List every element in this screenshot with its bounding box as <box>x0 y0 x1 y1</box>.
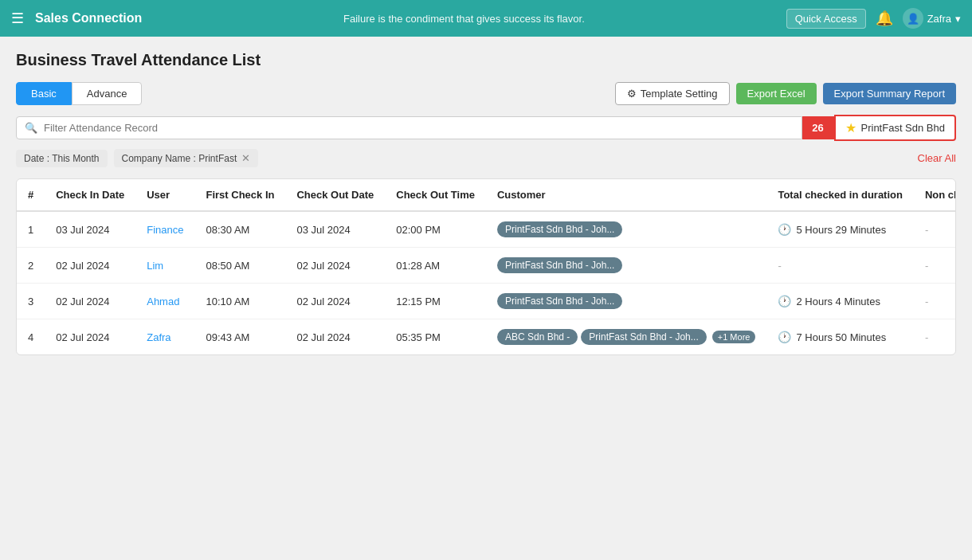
cell-user[interactable]: Zafra <box>135 319 194 355</box>
user-link[interactable]: Lim <box>147 260 163 272</box>
col-user: User <box>135 179 194 211</box>
clock-icon: 🕐 <box>778 295 791 307</box>
table-row: 302 Jul 2024Ahmad10:10 AM02 Jul 202412:1… <box>17 284 956 319</box>
customer-chip: PrintFast Sdn Bhd - Joh... <box>581 329 706 345</box>
col-first-check-in: First Check In <box>194 179 285 211</box>
table-row: 402 Jul 2024Zafra09:43 AM02 Jul 202405:3… <box>17 319 956 355</box>
cell-check-in-date: 02 Jul 2024 <box>45 319 135 355</box>
cell-user[interactable]: Ahmad <box>135 284 194 319</box>
cell-first-check-in: 08:50 AM <box>194 248 285 284</box>
quick-filter-chip[interactable]: ★ PrintFast Sdn Bhd <box>834 115 957 141</box>
filter-date-label: Date : This Month <box>24 153 100 164</box>
more-badge: +1 More <box>712 331 756 343</box>
search-container: 🔍 <box>16 116 802 139</box>
duration-text: 2 Hours 4 Minutes <box>796 296 880 307</box>
cell-check-in-date: 02 Jul 2024 <box>45 284 135 319</box>
col-check-out-date: Check Out Date <box>285 179 385 211</box>
template-setting-label: Template Setting <box>641 88 718 100</box>
col-check-out-time: Check Out Time <box>385 179 486 211</box>
filter-company-label: Company Name : PrintFast <box>122 153 237 164</box>
cell-num: 1 <box>17 211 45 248</box>
search-input[interactable] <box>44 122 794 134</box>
table-header-row: # Check In Date User First Check In Chec… <box>17 179 956 211</box>
cell-non-check-in: - <box>914 248 956 284</box>
active-filters: Date : This Month Company Name : PrintFa… <box>16 149 956 167</box>
col-check-in-date: Check In Date <box>45 179 135 211</box>
quick-filter-label: PrintFast Sdn Bhd <box>861 122 946 134</box>
search-icon: 🔍 <box>25 122 37 134</box>
cell-check-out-time: 12:15 PM <box>385 284 486 319</box>
clock-icon: 🕐 <box>778 223 791 236</box>
cell-first-check-in: 10:10 AM <box>194 284 285 319</box>
cell-check-out-date: 02 Jul 2024 <box>285 319 385 355</box>
customer-chip: PrintFast Sdn Bhd - Joh... <box>497 293 622 309</box>
customer-chip: PrintFast Sdn Bhd - Joh... <box>497 221 622 237</box>
cell-non-check-in: - <box>914 319 956 355</box>
cell-user[interactable]: Finance <box>135 211 194 248</box>
user-link[interactable]: Finance <box>147 224 183 236</box>
template-setting-button[interactable]: ⚙ Template Setting <box>615 82 730 105</box>
search-count-badge: 26 <box>802 116 834 139</box>
filter-bar: Basic Advance ⚙ Template Setting Export … <box>16 82 956 105</box>
tab-basic[interactable]: Basic <box>16 82 72 105</box>
duration-dash: - <box>778 260 781 272</box>
main-content: Business Travel Attendance List Basic Ad… <box>0 37 972 370</box>
user-link[interactable]: Zafra <box>147 331 170 343</box>
col-duration: Total checked in duration <box>766 179 914 211</box>
col-non-check-in: Non check-in time <box>914 179 956 211</box>
duration-text: 7 Hours 50 Minutes <box>796 331 886 343</box>
hamburger-icon[interactable]: ☰ <box>11 10 24 27</box>
cell-duration: 🕐5 Hours 29 Minutes <box>766 211 914 248</box>
cell-check-out-time: 02:00 PM <box>385 211 486 248</box>
customer-chip: ABC Sdn Bhd - <box>497 329 578 345</box>
data-table-container: # Check In Date User First Check In Chec… <box>16 178 956 355</box>
table-row: 202 Jul 2024Lim08:50 AM02 Jul 202401:28 … <box>17 248 956 284</box>
tab-advance[interactable]: Advance <box>72 82 143 105</box>
page-title: Business Travel Attendance List <box>16 51 956 69</box>
export-summary-button[interactable]: Export Summary Report <box>823 83 956 104</box>
quick-access-button[interactable]: Quick Access <box>786 9 866 29</box>
cell-user[interactable]: Lim <box>135 248 194 284</box>
user-link[interactable]: Ahmad <box>147 296 179 307</box>
cell-customer: PrintFast Sdn Bhd - Joh... <box>486 211 766 248</box>
chevron-down-icon: ▾ <box>955 13 961 25</box>
cell-first-check-in: 08:30 AM <box>194 211 285 248</box>
filter-company-remove[interactable]: ✕ <box>241 152 250 164</box>
cell-num: 2 <box>17 248 45 284</box>
cell-num: 4 <box>17 319 45 355</box>
clock-icon: 🕐 <box>778 331 791 343</box>
cell-check-out-time: 05:35 PM <box>385 319 486 355</box>
cell-first-check-in: 09:43 AM <box>194 319 285 355</box>
user-menu[interactable]: 👤 Zafra ▾ <box>903 8 961 29</box>
customer-chip: PrintFast Sdn Bhd - Joh... <box>497 257 622 273</box>
bell-icon[interactable]: 🔔 <box>876 10 893 27</box>
tagline: Failure is the condiment that gives succ… <box>153 13 774 25</box>
cell-duration: - <box>766 248 914 284</box>
tab-group: Basic Advance <box>16 82 142 105</box>
cell-check-out-date: 02 Jul 2024 <box>285 284 385 319</box>
clear-all-button[interactable]: Clear All <box>918 152 956 164</box>
export-excel-button[interactable]: Export Excel <box>736 83 817 104</box>
col-customer: Customer <box>486 179 766 211</box>
topnav-right: Quick Access 🔔 👤 Zafra ▾ <box>786 8 961 29</box>
topnav: ☰ Sales Connection Failure is the condim… <box>0 0 972 37</box>
duration-text: 5 Hours 29 Minutes <box>796 224 886 236</box>
search-row: 🔍 26 ★ PrintFast Sdn Bhd <box>16 115 956 141</box>
brand-name: Sales Connection <box>35 11 142 25</box>
cell-duration: 🕐7 Hours 50 Minutes <box>766 319 914 355</box>
cell-check-out-date: 03 Jul 2024 <box>285 211 385 248</box>
cell-duration: 🕐2 Hours 4 Minutes <box>766 284 914 319</box>
gear-icon: ⚙ <box>627 88 637 100</box>
cell-customer: ABC Sdn Bhd -PrintFast Sdn Bhd - Joh...+… <box>486 319 766 355</box>
cell-check-out-date: 02 Jul 2024 <box>285 248 385 284</box>
cell-check-out-time: 01:28 AM <box>385 248 486 284</box>
attendance-table: # Check In Date User First Check In Chec… <box>17 179 956 354</box>
toolbar-right: ⚙ Template Setting Export Excel Export S… <box>615 82 956 105</box>
cell-customer: PrintFast Sdn Bhd - Joh... <box>486 248 766 284</box>
cell-non-check-in: - <box>914 284 956 319</box>
filter-chip-date: Date : This Month <box>16 150 108 167</box>
cell-num: 3 <box>17 284 45 319</box>
filter-chip-company: Company Name : PrintFast ✕ <box>114 149 259 167</box>
cell-non-check-in: - <box>914 211 956 248</box>
cell-check-in-date: 03 Jul 2024 <box>45 211 135 248</box>
